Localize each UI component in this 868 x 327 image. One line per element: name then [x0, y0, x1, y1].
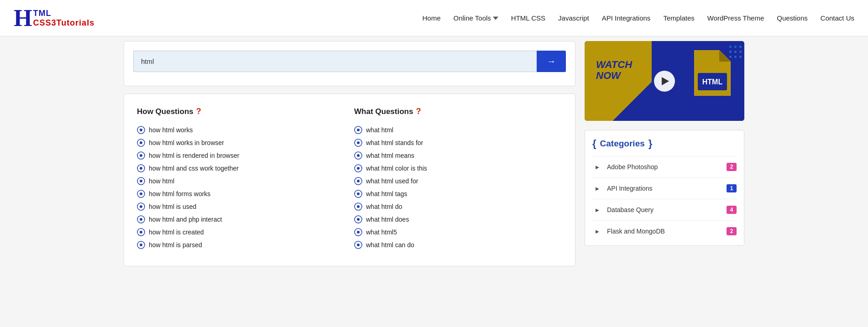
question-text: what html can do — [366, 241, 414, 249]
search-input[interactable] — [133, 51, 537, 72]
chevron-right-icon: ► — [592, 183, 602, 193]
list-item[interactable]: what html5 — [354, 226, 562, 239]
dot-6 — [739, 51, 742, 53]
category-count: 2 — [727, 227, 737, 235]
list-item[interactable]: ► Adobe Photoshop 2 — [592, 156, 737, 177]
question-circle-icon — [354, 164, 362, 172]
question-text: what html stands for — [366, 139, 423, 146]
what-questions-label: What Questions — [354, 107, 413, 116]
list-item[interactable]: what html means — [354, 149, 562, 162]
list-item[interactable]: ► API Integrations 1 — [592, 177, 737, 199]
nav-questions[interactable]: Questions — [777, 14, 808, 22]
question-text: what html5 — [366, 228, 397, 236]
nav-javascript[interactable]: Javascript — [558, 14, 589, 22]
svg-point-27 — [357, 167, 360, 170]
header: H TML CSS3Tutorials Home Online Tools HT… — [0, 0, 868, 36]
search-button[interactable]: → — [537, 51, 566, 72]
nav-online-tools-link[interactable]: Online Tools — [454, 14, 491, 22]
question-text: how html and css work together — [149, 165, 239, 172]
questions-box: How Questions ? how html workshow html w… — [124, 93, 575, 266]
nav-api-integrations[interactable]: API Integrations — [602, 14, 651, 22]
what-questions-title: What Questions ? — [354, 107, 562, 116]
list-item[interactable]: how html and php interact — [137, 213, 345, 226]
svg-point-21 — [357, 129, 360, 131]
question-text: what html used for — [366, 177, 418, 185]
category-count: 4 — [727, 206, 737, 214]
svg-point-33 — [357, 205, 360, 208]
what-questions-mark: ? — [416, 107, 421, 116]
svg-point-25 — [357, 154, 360, 157]
list-item[interactable]: what html can do — [354, 239, 562, 251]
list-item[interactable]: how html is parsed — [137, 239, 345, 251]
list-item[interactable]: how html — [137, 175, 345, 187]
question-circle-icon — [137, 177, 145, 185]
question-circle-icon — [137, 241, 145, 249]
categories-label: Categories — [600, 139, 645, 149]
play-button[interactable] — [654, 71, 675, 92]
category-name: Database Query — [607, 206, 722, 213]
list-item[interactable]: what html — [354, 124, 562, 136]
search-area: → — [124, 41, 575, 86]
logo[interactable]: H TML CSS3Tutorials — [14, 6, 94, 30]
nav-wordpress-theme[interactable]: WordPress Theme — [707, 14, 764, 22]
question-circle-icon — [354, 202, 362, 211]
how-questions-mark: ? — [196, 107, 201, 116]
sidebar: HTML WATCHNOW { Categories } — [585, 41, 744, 266]
nav-html-css[interactable]: HTML CSS — [511, 14, 545, 22]
question-circle-icon — [137, 151, 145, 160]
list-item[interactable]: what html color is this — [354, 162, 562, 175]
page-layout: → How Questions ? how html workshow html… — [115, 36, 753, 275]
what-questions-list: what htmlwhat html stands forwhat html m… — [354, 124, 562, 251]
svg-point-31 — [357, 192, 360, 195]
dot-7 — [729, 56, 732, 58]
video-card[interactable]: HTML WATCHNOW — [585, 41, 744, 121]
list-item[interactable]: how html works in browser — [137, 136, 345, 149]
list-item[interactable]: how html works — [137, 124, 345, 136]
nav-online-tools[interactable]: Online Tools — [454, 14, 498, 22]
list-item[interactable]: how html forms works — [137, 187, 345, 200]
list-item[interactable]: what html used for — [354, 175, 562, 187]
svg-point-17 — [140, 231, 142, 234]
list-item[interactable]: ► Flask and MongoDB 2 — [592, 220, 737, 242]
list-item[interactable]: what html does — [354, 213, 562, 226]
question-circle-icon — [137, 126, 145, 134]
how-questions-list: how html workshow html works in browserh… — [137, 124, 345, 251]
nav-contact-us[interactable]: Contact Us — [821, 14, 854, 22]
question-text: how html works — [149, 126, 193, 134]
chevron-down-icon — [493, 16, 498, 21]
category-name: API Integrations — [607, 185, 722, 192]
svg-point-39 — [357, 244, 360, 246]
how-questions-label: How Questions — [137, 107, 193, 116]
chevron-right-icon: ► — [592, 205, 602, 215]
list-item[interactable]: how html is rendered in browser — [137, 149, 345, 162]
list-item[interactable]: how html is created — [137, 226, 345, 239]
how-questions-col: How Questions ? how html workshow html w… — [137, 107, 345, 251]
nav-home[interactable]: Home — [423, 14, 441, 22]
svg-point-37 — [357, 231, 360, 234]
list-item[interactable]: what html do — [354, 200, 562, 213]
category-count: 2 — [727, 163, 737, 171]
question-text: how html is used — [149, 203, 196, 210]
question-circle-icon — [137, 215, 145, 223]
question-circle-icon — [354, 151, 362, 160]
search-row: → — [133, 51, 566, 72]
question-text: how html is created — [149, 228, 204, 236]
question-circle-icon — [137, 164, 145, 172]
logo-css3: CSS3Tutorials — [33, 18, 94, 28]
logo-h: H — [14, 6, 32, 30]
question-circle-icon — [354, 190, 362, 198]
list-item[interactable]: how html and css work together — [137, 162, 345, 175]
svg-point-7 — [140, 167, 142, 170]
nav-templates[interactable]: Templates — [663, 14, 694, 22]
question-circle-icon — [354, 177, 362, 185]
chevron-right-icon: ► — [592, 226, 602, 236]
question-text: how html and php interact — [149, 216, 222, 223]
categories-title: { Categories } — [592, 138, 737, 150]
list-item[interactable]: ► Database Query 4 — [592, 199, 737, 220]
list-item[interactable]: what html stands for — [354, 136, 562, 149]
list-item[interactable]: how html is used — [137, 200, 345, 213]
svg-text:HTML: HTML — [702, 78, 723, 86]
list-item[interactable]: what html tags — [354, 187, 562, 200]
question-text: what html color is this — [366, 165, 427, 172]
svg-point-11 — [140, 192, 142, 195]
